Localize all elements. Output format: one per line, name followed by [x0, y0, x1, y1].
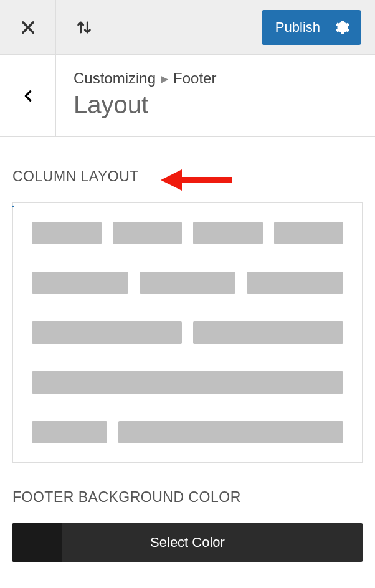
gear-icon: [334, 19, 350, 36]
layout-option-4-columns[interactable]: [32, 222, 343, 244]
close-button[interactable]: [0, 0, 56, 54]
layout-option-3-columns[interactable]: [32, 272, 343, 294]
column-block: [32, 222, 102, 244]
color-swatch: [12, 523, 62, 562]
column-block: [247, 272, 343, 294]
column-block: [140, 272, 236, 294]
column-block: [118, 421, 344, 443]
breadcrumb-root: Customizing: [74, 70, 156, 87]
close-icon: [19, 19, 37, 36]
device-toggle-button[interactable]: [56, 0, 112, 54]
publish-settings[interactable]: [334, 19, 361, 36]
layout-option-1-column[interactable]: [32, 371, 343, 394]
layout-option-1-3-columns[interactable]: [32, 421, 343, 443]
column-block: [113, 222, 183, 244]
back-button[interactable]: [0, 55, 56, 136]
column-block: [32, 371, 343, 394]
column-block: [32, 321, 182, 344]
publish-button[interactable]: Publish: [262, 10, 361, 45]
column-layout-label: Column Layout: [12, 168, 363, 185]
publish-area: Publish: [262, 0, 375, 54]
select-color-label: Select Color: [150, 534, 225, 550]
header-row: Customizing ▶ Footer Layout: [0, 55, 375, 137]
column-layout-picker: ▪: [12, 202, 363, 463]
select-color-button[interactable]: Select Color: [12, 523, 363, 562]
page-title: Layout: [74, 91, 358, 119]
breadcrumb-current: Footer: [173, 70, 216, 87]
chevron-right-icon: ▶: [161, 73, 168, 85]
column-block: [193, 222, 263, 244]
content: Column Layout ▪ Footer Background Color: [0, 137, 375, 574]
header-text: Customizing ▶ Footer Layout: [56, 55, 375, 136]
layout-option-2-columns[interactable]: [32, 321, 343, 344]
column-block: [32, 272, 128, 294]
column-block: [274, 222, 344, 244]
footer-background-section: Footer Background Color Select Color: [12, 489, 363, 562]
breadcrumb: Customizing ▶ Footer: [74, 70, 358, 87]
sort-arrows-icon: [74, 17, 94, 37]
publish-button-label: Publish: [262, 19, 334, 36]
selection-marker-icon: ▪: [12, 202, 14, 211]
topbar-spacer: [112, 0, 262, 54]
column-block: [32, 421, 107, 443]
column-block: [193, 321, 343, 344]
footer-background-label: Footer Background Color: [12, 489, 363, 506]
topbar: Publish: [0, 0, 375, 55]
chevron-left-icon: [21, 86, 35, 106]
